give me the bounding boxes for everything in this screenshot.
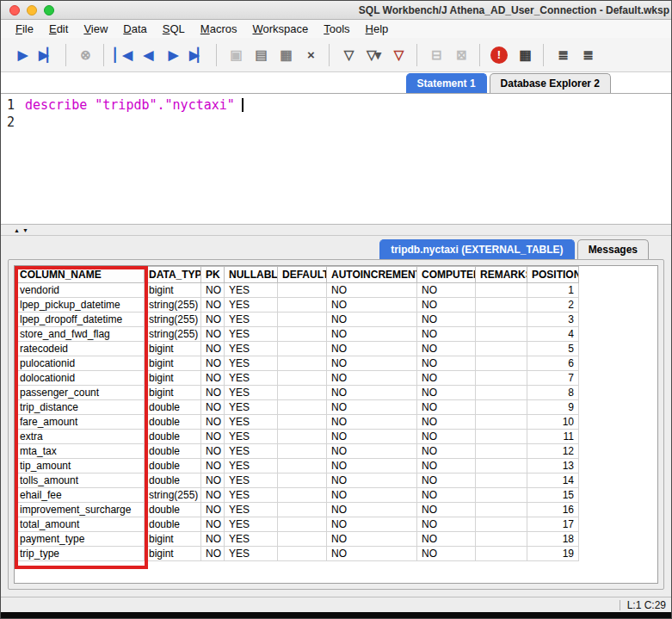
table-row[interactable]: trip_typebigintNOYESNONO19 (15, 547, 579, 561)
column-header-pk[interactable]: PK (201, 267, 225, 283)
table-row[interactable]: ratecodeidbigintNOYESNONO5 (15, 342, 579, 356)
database-explorer-window-icon[interactable]: ≣ (576, 43, 599, 66)
table-cell: NO (327, 313, 417, 327)
result-container: COLUMN_NAMEDATA_TYPEPKNULLABLEDEFAULTAUT… (8, 259, 664, 590)
table-row[interactable]: dolocationidbigintNOYESNONO7 (15, 371, 579, 386)
table-row[interactable]: store_and_fwd_flagstring(255)NOYESNONO4 (15, 327, 579, 342)
table-cell: 11 (527, 430, 579, 444)
toolbar-separator (216, 44, 217, 66)
ignore-errors-icon[interactable]: ! (490, 46, 508, 64)
menu-view[interactable]: View (76, 21, 115, 37)
table-row[interactable]: pulocationidbigintNOYESNONO6 (15, 356, 579, 371)
table-row[interactable]: extradoubleNOYESNONO11 (15, 430, 579, 444)
table-cell: vendorid (15, 283, 145, 298)
table-cell: YES (225, 327, 278, 342)
table-row[interactable]: mta_taxdoubleNOYESNONO12 (15, 444, 579, 459)
table-cell: passenger_count (15, 386, 145, 400)
close-window-button[interactable] (9, 5, 20, 15)
line-number: 1 (7, 96, 18, 114)
previous-statement-icon[interactable]: ◀ (136, 43, 159, 66)
table-cell: NO (327, 503, 417, 517)
editor-code-area[interactable]: describe "tripdb"."nyctaxi" (18, 94, 671, 224)
table-cell: NO (327, 415, 417, 430)
tab-messages[interactable]: Messages (577, 239, 649, 259)
table-row[interactable]: ehail_feestring(255)NOYESNONO15 (15, 488, 579, 503)
menu-tools[interactable]: Tools (316, 21, 357, 37)
tab-tripdb-nyctaxi-external-table[interactable]: tripdb.nyctaxi (EXTERNAL_TABLE) (379, 239, 574, 259)
table-cell: NO (327, 371, 417, 386)
delete-row-icon[interactable]: × (299, 43, 322, 66)
table-row[interactable]: improvement_surchargedoubleNOYESNONO16 (15, 503, 579, 517)
table-cell: improvement_surcharge (15, 503, 145, 517)
menu-data[interactable]: Data (115, 21, 154, 37)
table-row[interactable]: passenger_countbigintNOYESNONO8 (15, 386, 579, 400)
execute-current-statement-icon[interactable]: ▶▏ (35, 43, 59, 66)
column-header-autoincrement[interactable]: AUTOINCREMENT (327, 267, 417, 283)
column-header-data_type[interactable]: DATA_TYPE (145, 267, 201, 283)
column-header-nullable[interactable]: NULLABLE (225, 267, 278, 283)
menu-macros[interactable]: Macros (193, 21, 245, 37)
table-row[interactable]: tip_amountdoubleNOYESNONO13 (15, 459, 579, 474)
show-result-grid-icon[interactable]: ▦ (513, 43, 536, 66)
collapse-down-icon[interactable]: ▼ (22, 227, 28, 233)
column-header-position[interactable]: POSITION (527, 267, 579, 283)
menu-file[interactable]: File (8, 21, 41, 37)
column-header-default[interactable]: DEFAULT (278, 267, 327, 283)
update-database-icon[interactable]: ▤ (249, 43, 272, 66)
menu-edit[interactable]: Edit (41, 21, 76, 37)
table-row[interactable]: fare_amountdoubleNOYESNONO10 (15, 415, 579, 430)
table-row[interactable]: tolls_amountdoubleNOYESNONO14 (15, 474, 579, 488)
text-caret (242, 98, 244, 112)
menu-workspace[interactable]: Workspace (244, 21, 316, 37)
toolbar-separator (103, 44, 104, 66)
table-row[interactable]: trip_distancedoubleNOYESNONO9 (15, 400, 579, 415)
table-row[interactable]: vendoridbigintNOYESNONO1 (15, 283, 579, 298)
rollback-icon[interactable]: ⊠ (449, 43, 472, 66)
table-cell: NO (201, 532, 225, 547)
table-cell (278, 400, 327, 415)
filter-definition-icon[interactable]: ▽▾ (361, 43, 385, 66)
table-row[interactable]: lpep_pickup_datetimestring(255)NOYESNONO… (15, 298, 579, 313)
save-changes-icon[interactable]: ▣ (224, 43, 247, 66)
result-grid-viewport[interactable]: COLUMN_NAMEDATA_TYPEPKNULLABLEDEFAULTAUT… (14, 265, 658, 584)
column-header-remarks[interactable]: REMARKS (476, 267, 527, 283)
title-bar[interactable]: SQL Workbench/J Athena_AD_User_Connectio… (1, 1, 671, 20)
database-connection-icon[interactable]: ≣ (551, 43, 574, 66)
toolbar-separator (543, 44, 544, 66)
collapse-up-icon[interactable]: ▲ (14, 227, 20, 233)
table-cell: trip_distance (15, 400, 145, 415)
execute-statement-icon[interactable]: ▶ (10, 43, 34, 66)
next-statement-icon[interactable]: ▶ (161, 43, 184, 66)
first-statement-icon[interactable]: ▏◀ (111, 43, 134, 66)
table-cell (476, 459, 527, 474)
menu-sql[interactable]: SQL (155, 21, 193, 37)
table-cell: NO (327, 474, 417, 488)
table-cell: NO (417, 532, 476, 547)
table-cell: NO (201, 430, 225, 444)
tab-database-explorer-2[interactable]: Database Explorer 2 (490, 73, 611, 93)
table-row[interactable]: total_amountdoubleNOYESNONO17 (15, 517, 579, 532)
table-cell: NO (201, 444, 225, 459)
table-cell: NO (201, 474, 225, 488)
filter-data-icon[interactable]: ▽ (336, 43, 360, 66)
commit-icon[interactable]: ⊟ (424, 43, 447, 66)
table-row[interactable]: payment_typebigintNOYESNONO18 (15, 532, 579, 547)
table-cell: YES (225, 430, 278, 444)
table-cell: bigint (145, 356, 201, 371)
insert-row-icon[interactable]: ▦ (274, 43, 297, 66)
tab-statement-1[interactable]: Statement 1 (406, 73, 487, 93)
reset-filter-icon[interactable]: ▽ (386, 43, 410, 66)
table-cell (476, 313, 527, 327)
zoom-window-button[interactable] (44, 5, 54, 15)
table-cell: double (145, 459, 201, 474)
menu-help[interactable]: Help (358, 21, 397, 37)
cancel-execution-icon[interactable]: ⊗ (73, 43, 96, 66)
sql-editor[interactable]: 12 describe "tripdb"."nyctaxi" (1, 93, 671, 224)
column-header-computed[interactable]: COMPUTED (417, 267, 476, 283)
split-divider[interactable]: ▲ ▼ (1, 224, 671, 236)
column-header-column_name[interactable]: COLUMN_NAME (15, 267, 145, 283)
minimize-window-button[interactable] (27, 5, 37, 15)
table-row[interactable]: lpep_dropoff_datetimestring(255)NOYESNON… (15, 313, 579, 327)
last-statement-icon[interactable]: ▶▏ (186, 43, 209, 66)
table-cell: lpep_dropoff_datetime (15, 313, 145, 327)
